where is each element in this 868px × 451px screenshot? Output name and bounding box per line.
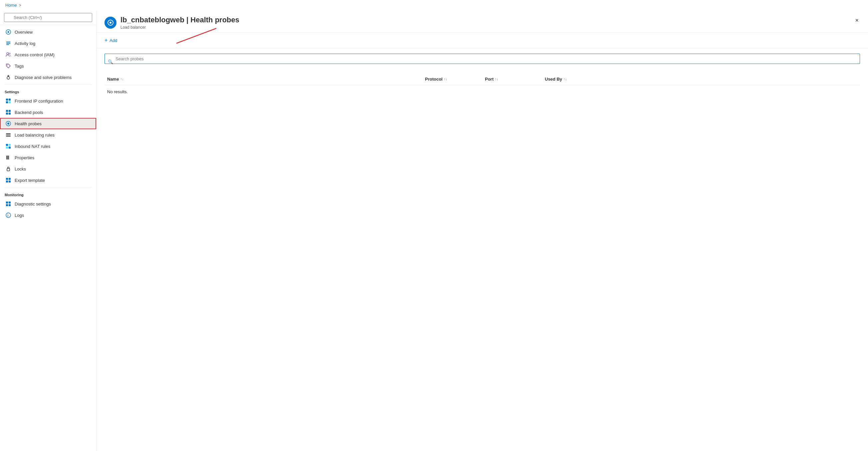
- probes-table: Name ↑↓ Protocol ↑↓ Port ↑↓ Used By: [104, 73, 860, 98]
- svg-rect-22: [6, 144, 8, 146]
- svg-rect-34: [6, 201, 8, 203]
- page-title-prefix: lb_cnbateblogweb: [121, 16, 184, 24]
- sidebar-item-overview[interactable]: Overview: [0, 26, 96, 38]
- main-layout: 🔍 Overview Activity log: [0, 10, 868, 451]
- col-used-by-label: Used By: [545, 77, 562, 82]
- svg-rect-13: [6, 110, 8, 112]
- svg-rect-26: [6, 156, 7, 160]
- sidebar-item-lb-rules[interactable]: Load balancing rules: [0, 129, 96, 141]
- page-title-icon: [104, 17, 117, 29]
- svg-point-5: [7, 53, 9, 55]
- svg-rect-14: [9, 110, 11, 112]
- monitoring-section-label: Monitoring: [0, 189, 96, 198]
- svg-text:i: i: [8, 214, 9, 217]
- logs-icon: i: [5, 212, 11, 218]
- sidebar-item-access-control[interactable]: Access control (IAM): [0, 49, 96, 60]
- svg-point-6: [9, 53, 10, 54]
- col-name-sort-icon: ↑↓: [120, 77, 123, 81]
- page-title-page: Health probes: [190, 16, 239, 24]
- sidebar-item-inbound-nat-label: Inbound NAT rules: [14, 144, 50, 149]
- sidebar-item-health-probes[interactable]: Health probes: [0, 118, 96, 129]
- page-title-text: lb_cnbateblogweb | Health probes Load ba…: [121, 16, 239, 30]
- col-header-protocol[interactable]: Protocol ↑↓: [422, 75, 482, 83]
- breadcrumb-home[interactable]: Home: [5, 3, 17, 8]
- tags-icon: [5, 63, 11, 69]
- col-protocol-label: Protocol: [425, 77, 443, 82]
- sidebar-item-inbound-nat[interactable]: Inbound NAT rules: [0, 141, 96, 152]
- svg-rect-16: [9, 113, 11, 115]
- sidebar-search-wrap: 🔍: [4, 13, 92, 22]
- sidebar-item-export-template[interactable]: Export template: [0, 174, 96, 186]
- add-button[interactable]: + Add: [104, 36, 117, 45]
- sidebar-item-properties[interactable]: Properties: [0, 152, 96, 163]
- col-name-label: Name: [107, 77, 119, 82]
- svg-rect-2: [6, 41, 10, 42]
- no-results-message: No results.: [104, 85, 860, 98]
- access-control-icon: [5, 52, 11, 58]
- sidebar-search-input[interactable]: [4, 13, 92, 22]
- add-button-label: Add: [110, 38, 117, 43]
- sidebar-item-tags[interactable]: Tags: [0, 60, 96, 72]
- activity-log-icon: [5, 40, 11, 46]
- sidebar-item-lb-rules-label: Load balancing rules: [14, 133, 55, 138]
- sidebar-item-health-probes-label: Health probes: [14, 121, 41, 126]
- col-port-label: Port: [485, 77, 494, 82]
- sidebar-item-export-label: Export template: [14, 178, 45, 183]
- breadcrumb: Home >: [0, 0, 868, 10]
- svg-point-1: [8, 31, 9, 33]
- diagnostic-settings-icon: [5, 201, 11, 207]
- export-template-icon: [5, 177, 11, 183]
- search-bar-wrap: 🔍: [104, 54, 860, 69]
- svg-rect-31: [9, 178, 11, 180]
- sidebar-item-logs[interactable]: i Logs: [0, 209, 96, 221]
- app-container: Home > 🔍 Overview: [0, 0, 868, 451]
- page-title-sep: |: [184, 16, 190, 24]
- svg-rect-19: [6, 133, 11, 134]
- col-header-port[interactable]: Port ↑↓: [482, 75, 542, 83]
- sidebar-item-overview-label: Overview: [14, 30, 33, 35]
- breadcrumb-separator: >: [19, 3, 21, 8]
- col-used-by-sort-icon: ↑↓: [563, 77, 567, 81]
- svg-point-18: [7, 122, 9, 124]
- svg-rect-32: [6, 180, 8, 182]
- col-port-sort-icon: ↑↓: [495, 77, 498, 81]
- sidebar-item-diagnostic-label: Diagnostic settings: [14, 201, 51, 206]
- sidebar: 🔍 Overview Activity log: [0, 10, 96, 451]
- locks-icon: [5, 166, 11, 172]
- col-header-used-by[interactable]: Used By ↑↓: [542, 75, 860, 83]
- col-header-name[interactable]: Name ↑↓: [104, 75, 422, 83]
- svg-rect-24: [6, 146, 8, 148]
- sidebar-item-properties-label: Properties: [14, 155, 34, 160]
- svg-rect-11: [6, 101, 8, 103]
- add-icon: +: [104, 37, 107, 43]
- svg-rect-28: [8, 156, 9, 160]
- svg-rect-37: [9, 204, 11, 206]
- svg-point-8: [7, 77, 10, 79]
- sidebar-item-diagnose[interactable]: Diagnose and solve problems: [0, 72, 96, 83]
- lb-rules-icon: [5, 132, 11, 138]
- svg-rect-21: [6, 136, 11, 137]
- sidebar-search-area: 🔍: [0, 10, 96, 25]
- page-subtitle: Load balancer: [121, 25, 239, 30]
- page-title: lb_cnbateblogweb | Health probes: [121, 16, 239, 24]
- sidebar-item-backend-pools[interactable]: Backend pools: [0, 107, 96, 118]
- svg-rect-9: [6, 98, 8, 101]
- sidebar-item-activity-log[interactable]: Activity log: [0, 38, 96, 49]
- sidebar-item-backend-label: Backend pools: [14, 110, 43, 115]
- sidebar-item-diagnostic-settings[interactable]: Diagnostic settings: [0, 198, 96, 209]
- diagnose-icon: [5, 74, 11, 80]
- sidebar-item-locks-label: Locks: [14, 167, 26, 172]
- backend-pools-icon: [5, 109, 11, 115]
- sidebar-item-locks[interactable]: Locks: [0, 163, 96, 174]
- frontend-ip-icon: [5, 98, 11, 104]
- col-protocol-sort-icon: ↑↓: [444, 77, 447, 81]
- sidebar-item-logs-label: Logs: [14, 213, 24, 218]
- page-header: lb_cnbateblogweb | Health probes Load ba…: [96, 10, 868, 33]
- table-header: Name ↑↓ Protocol ↑↓ Port ↑↓ Used By: [104, 73, 860, 85]
- sidebar-item-tags-label: Tags: [14, 64, 24, 68]
- search-probes-input[interactable]: [104, 54, 860, 64]
- sidebar-item-diagnose-label: Diagnose and solve problems: [14, 75, 71, 80]
- sidebar-item-frontend-ip[interactable]: Frontend IP configuration: [0, 95, 96, 107]
- svg-rect-20: [6, 135, 11, 135]
- close-button[interactable]: ×: [854, 16, 860, 25]
